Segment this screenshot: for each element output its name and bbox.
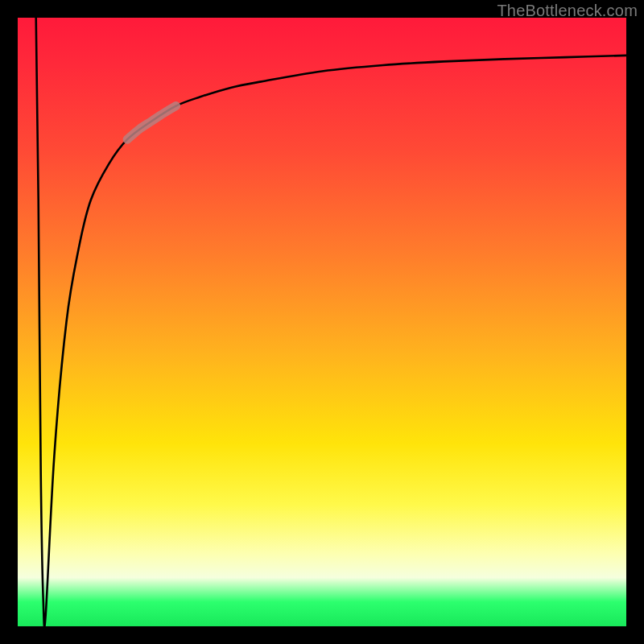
chart-container: TheBottleneck.com [0, 0, 644, 644]
highlight-path [127, 106, 176, 140]
curve-path [36, 18, 626, 627]
curve-svg [18, 18, 626, 626]
plot-area [18, 18, 626, 626]
